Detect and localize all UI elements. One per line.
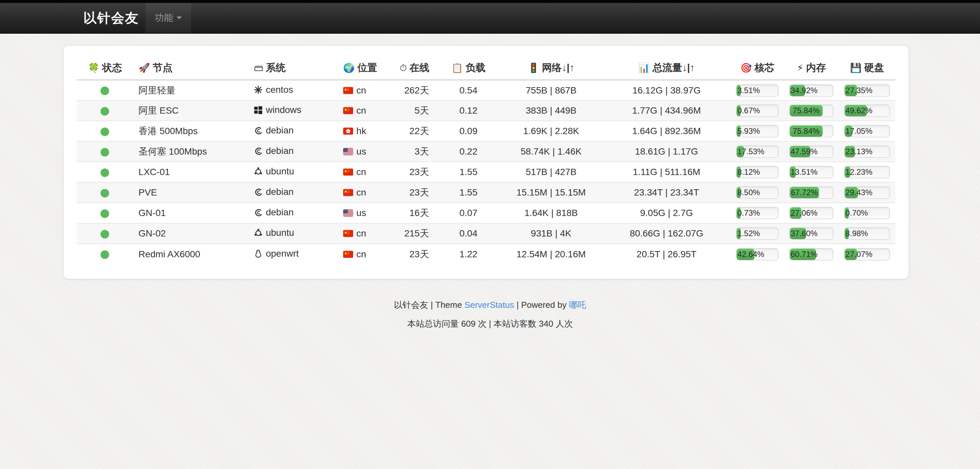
server-row: 圣何塞 100Mbpsdebianus3天0.2258.74K | 1.46K1…: [77, 141, 896, 162]
uptime-cell: 22天: [395, 121, 437, 141]
cpu-usage-bar-cell: 1.52%: [731, 223, 784, 244]
memory-usage-bar-cell: 75.84%: [784, 100, 839, 121]
usage-percent-label: 8.50%: [737, 189, 760, 196]
location-cell: cn: [338, 80, 395, 100]
cpu-usage-bar-cell: 3.51%: [731, 80, 784, 100]
status-online-dot: [100, 87, 109, 95]
os-label: ubuntu: [266, 228, 294, 238]
node-name-cell: 香港 500Mbps: [133, 121, 249, 141]
status-online-dot: [100, 168, 109, 177]
node-name-cell: GN-01: [133, 203, 249, 223]
os-windows-icon: [254, 106, 262, 117]
menu-dropdown[interactable]: 功能: [145, 3, 191, 33]
memory-usage-bar-cell: 34.92%: [784, 80, 839, 100]
column-header-status: 🍀状态: [77, 56, 133, 80]
disk-usage-bar: 0.70%: [844, 207, 890, 219]
node-name-cell: 阿里轻量: [133, 80, 249, 100]
status-cell: [77, 203, 133, 223]
disk-usage-bar-cell: 29.43%: [839, 182, 896, 203]
status-cell: [77, 162, 133, 182]
location-label: cn: [356, 85, 366, 95]
disk-usage-bar-cell: 23.13%: [839, 141, 896, 162]
status-cell: [77, 223, 133, 244]
memory-usage-bar: 37.60%: [789, 227, 834, 240]
location-label: hk: [356, 126, 366, 136]
dart-icon: 🎯: [740, 63, 752, 73]
memory-usage-bar-cell: 75.84%: [784, 121, 839, 141]
usage-percent-label: 5.93%: [737, 127, 760, 135]
disk-usage-bar: 8.98%: [844, 227, 890, 240]
server-row: Redmi AX6000openwrtcn23天1.2212.54M | 20.…: [77, 244, 896, 264]
location-label: us: [356, 146, 366, 157]
usage-percent-label: 8.12%: [737, 168, 760, 176]
usage-percent-label: 8.98%: [845, 230, 868, 238]
usage-percent-label: 47.59%: [791, 147, 817, 155]
flag-hk-icon: [343, 126, 356, 136]
traffic-light-icon: 🚦: [528, 63, 539, 73]
column-label: 状态: [102, 62, 122, 73]
usage-percent-label: 75.84%: [793, 127, 819, 135]
node-name-cell: Redmi AX6000: [133, 244, 249, 264]
usage-percent-label: 23.13%: [845, 147, 872, 155]
os-centos-icon: [254, 86, 262, 97]
usage-percent-label: 27.07%: [845, 250, 872, 258]
memory-usage-bar: 75.84%: [789, 105, 834, 117]
cpu-usage-bar: 3.51%: [736, 84, 779, 97]
status-cell: [77, 182, 133, 203]
usage-percent-label: 12.23%: [845, 168, 872, 176]
network-cell: 931B | 4K: [500, 223, 602, 244]
column-label: 核芯: [754, 62, 774, 73]
clover-icon: 🍀: [88, 63, 100, 73]
server-row: PVEdebiancn23天1.5515.15M | 15.15M23.34T …: [77, 182, 896, 203]
column-label: 总流量↓|↑: [652, 62, 695, 73]
network-cell: 1.69K | 2.28K: [500, 121, 602, 141]
brand-title[interactable]: 以针会友: [83, 3, 145, 33]
lightning-icon: ⚡: [797, 63, 803, 73]
disk-usage-bar-cell: 8.98%: [839, 223, 896, 244]
location-cell: cn: [338, 182, 395, 203]
node-name-cell: LXC-01: [133, 162, 249, 182]
memory-usage-bar: 60.71%: [789, 248, 834, 261]
footer-text: | Powered by: [514, 300, 569, 310]
footer-site-name: 以针会友: [394, 300, 428, 310]
traffic-cell: 20.5T | 26.95T: [602, 244, 731, 264]
status-cell: [77, 141, 133, 162]
disk-usage-bar-cell: 0.70%: [839, 203, 896, 223]
location-cell: us: [338, 203, 395, 223]
cpu-usage-bar-cell: 42.64%: [731, 244, 784, 264]
network-cell: 517B | 427B: [500, 162, 602, 182]
server-row: LXC-01ubuntucn23天1.55517B | 427B1.11G | …: [77, 162, 896, 182]
stopwatch-icon: ⏱: [400, 63, 407, 73]
cpu-usage-bar-cell: 8.50%: [731, 182, 784, 203]
column-label: 在线: [410, 62, 430, 73]
os-label: debian: [266, 207, 294, 217]
status-online-dot: [100, 189, 109, 198]
footer-text: | Theme: [428, 300, 464, 310]
status-online-dot: [100, 250, 109, 259]
load-cell: 0.22: [437, 141, 500, 162]
os-cell: debian: [249, 203, 338, 223]
theme-link[interactable]: ServerStatus: [465, 300, 514, 310]
status-online-dot: [100, 127, 109, 136]
server-row: GN-02ubuntucn215天0.04931B | 4K80.66G | 1…: [77, 223, 896, 244]
navbar: 以针会友 功能: [0, 0, 980, 34]
uptime-cell: 23天: [395, 244, 437, 264]
usage-percent-label: 75.84%: [793, 107, 819, 115]
disk-usage-bar: 29.43%: [844, 186, 890, 199]
server-row: GN-01debianus16天0.071.64K | 818B9.05G | …: [77, 203, 896, 223]
server-status-card: 🍀状态🚀节点🗃系统🌍位置⏱在线📋负载🚦网络↓|↑📊总流量↓|↑🎯核芯⚡内存💾硬盘…: [63, 45, 909, 279]
memory-usage-bar-cell: 27.06%: [784, 203, 839, 223]
column-header-network: 🚦网络↓|↑: [500, 56, 602, 80]
powered-by-link[interactable]: 哪吒: [569, 300, 586, 310]
column-header-cpu: 🎯核芯: [731, 56, 784, 80]
column-label: 网络↓|↑: [542, 62, 574, 73]
column-label: 系统: [266, 62, 286, 73]
server-row: 阿里轻量centoscn262天0.54755B | 867B16.12G | …: [77, 80, 896, 100]
usage-percent-label: 0.67%: [737, 107, 760, 115]
cpu-usage-bar: 0.73%: [736, 207, 779, 219]
column-label: 内存: [806, 62, 826, 73]
location-cell: cn: [338, 223, 395, 244]
traffic-cell: 80.66G | 162.07G: [602, 223, 731, 244]
usage-percent-label: 3.51%: [737, 87, 760, 95]
status-online-dot: [100, 148, 109, 157]
